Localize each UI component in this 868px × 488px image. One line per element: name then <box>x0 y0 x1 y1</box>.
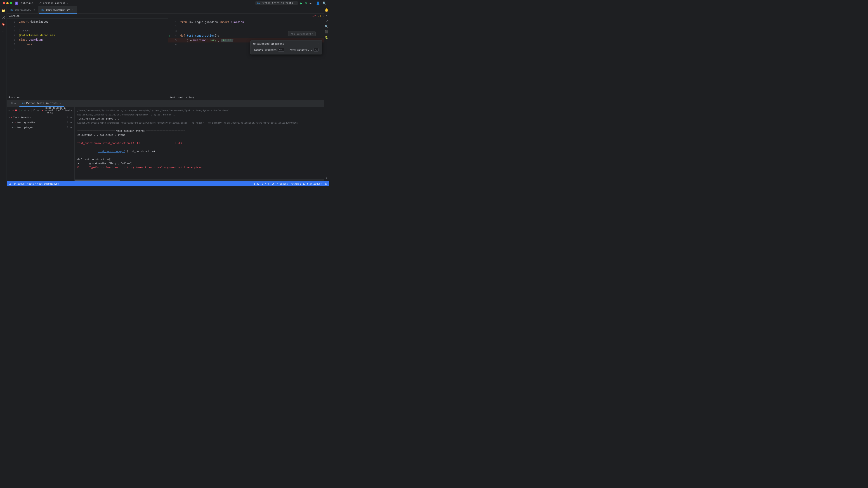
output-line-8: test_guardian.py:3 (test_construction) <box>77 145 327 158</box>
settings-icon-sidebar[interactable]: ⚙ <box>326 176 327 180</box>
breadcrumb-status[interactable]: tests › test_guardian.py <box>27 183 59 185</box>
output-line-10: > g = Guardian('Mary', 'Allen') <box>77 162 327 166</box>
tab-guardian-py[interactable]: py guardian.py ✕ <box>8 6 39 13</box>
output-link-1[interactable]: test_guardian.py:3 <box>98 150 125 153</box>
left-breadcrumb: Guardian <box>7 13 168 19</box>
run-button[interactable]: ▶ <box>301 1 302 5</box>
panel-content: ↺ ↺ ⏹ ✓ ⚙ ↕ ⏱ ⋯ ✕ Tests failed: 1, <box>7 107 329 181</box>
bottom-panel: Run py Python tests in tests ✕ ↺ ↺ ⏹ <box>7 100 329 181</box>
test-player-status-icon: ✓ <box>14 126 16 129</box>
run-icon-sidebar[interactable]: ▶ <box>326 14 327 17</box>
remove-argument-action[interactable]: Remove argument ⌘⌥↵ <box>252 47 286 53</box>
more-actions-button[interactable]: ⋯ <box>310 1 311 5</box>
code-line-2: 2 <box>7 24 168 29</box>
py-file-icon: py <box>10 8 13 11</box>
notifications-icon[interactable]: 🔔 <box>324 8 329 12</box>
test-toolbar: ↺ ↺ ⏹ ✓ ⚙ ↕ ⏱ ⋯ ✕ Tests failed: 1, <box>7 107 74 114</box>
right-code-line-2: 2 <box>168 24 329 29</box>
commit-icon[interactable]: ⎇ <box>1 15 6 20</box>
left-editor-content[interactable]: 1 import dataclasses 2 3 2 usages <box>7 19 168 95</box>
right-editor-content[interactable]: 1 from laxleague.guardian import Guardia… <box>168 19 329 95</box>
search-icon[interactable]: 🔍 <box>322 1 327 5</box>
tab-close-test-guardian[interactable]: ✕ <box>71 8 74 11</box>
branch-status[interactable]: ⎇ laxleague <box>8 183 24 185</box>
output-panel[interactable]: /Users/helenscott/PycharmProjects/laxlea… <box>74 107 329 180</box>
project-name[interactable]: L laxleague ▾ <box>15 2 36 5</box>
rerun-button[interactable]: ↺ <box>8 108 11 113</box>
right-editor-topbar: ⚠2 ⚠1 ∧ ∨ <box>168 13 329 19</box>
title-bar-right: py Python tests in tests ▾ ▶ ⚙ ⋯ 👤 🔍 <box>255 1 327 5</box>
code-line-5: 5 class Guardian: <box>7 37 168 42</box>
output-line-12 <box>77 170 327 174</box>
test-tree-content: ▾ ✕ Test Results 0 ms ▶ ✕ test_guardian … <box>7 114 74 181</box>
run-config[interactable]: py Python tests in tests ▾ <box>255 1 298 5</box>
status-bar-right: 5:32 UTF-8 LF 4 spaces Python 3.12 (laxl… <box>254 183 327 185</box>
search-icon-sidebar[interactable]: 🔍 <box>325 25 328 28</box>
more-tools-icon[interactable]: ⋯ <box>1 29 6 33</box>
sort-button[interactable]: ↕ <box>27 108 30 113</box>
close-button[interactable] <box>3 2 5 4</box>
panel-tab-close[interactable]: ✕ <box>60 102 61 104</box>
intention-title: Unexpected argument ⋯ <box>250 40 322 46</box>
horizontal-scrollbar[interactable] <box>74 180 329 181</box>
bookmarks-icon[interactable]: 🔖 <box>1 22 6 27</box>
param-popup: <no parameters> <box>288 31 315 36</box>
error-count: ⚠2 <box>312 15 316 18</box>
output-line-5: collecting ... collected 2 items <box>77 133 327 137</box>
main-layout: 📁 ⎇ 🔖 ⋯ py guardian.py ✕ py test_guardia… <box>0 6 329 186</box>
editor-tab-bar: py guardian.py ✕ py test_guardian.py ✕ ⋯ <box>7 6 329 13</box>
export-button[interactable]: ⏱ <box>33 108 36 113</box>
test-results-status-icon: ✕ <box>11 116 12 119</box>
terminal-icon-sidebar[interactable]: ⬛ <box>325 30 328 33</box>
right-code-line-1: 1 from laxleague.guardian import Guardia… <box>168 20 329 24</box>
maximize-button[interactable] <box>10 2 12 4</box>
output-line-7: test_guardian.py::test_construction FAIL… <box>77 141 327 145</box>
test-player-item[interactable]: ▶ ✓ test_player 0 ms <box>7 125 74 130</box>
h-scrollbar-thumb[interactable] <box>74 180 120 181</box>
tab-test-guardian-py[interactable]: py test_guardian.py ✕ <box>39 6 77 13</box>
test-status: ✕ Tests failed: 1, passed: 1 of 2 tests … <box>42 107 73 114</box>
git-icon-sidebar[interactable]: ⎇ <box>325 20 328 23</box>
rerun-failed-button[interactable]: ↺ <box>11 108 14 113</box>
code-line-1: 1 import dataclasses <box>7 20 168 24</box>
output-line-11: E TypeError: Guardian.__init__() takes 1… <box>77 166 327 170</box>
right-sidebar: 🔔 ▶ ⎇ 🔍 ⬛ 🐍 ⚙ <box>324 6 329 181</box>
panel-tab-run[interactable]: Run <box>8 100 19 107</box>
account-icon[interactable]: 👤 <box>316 1 320 5</box>
show-passed-button[interactable]: ✓ <box>21 108 23 113</box>
window-controls <box>3 2 12 4</box>
run-gutter-icon[interactable]: ▶ <box>169 34 170 38</box>
intention-actions: Remove argument ⌘⌥↵ More actions... ⌥↵ <box>250 46 322 54</box>
stop-button[interactable]: ⏹ <box>15 108 18 113</box>
test-guardian-item[interactable]: ▶ ✕ test_guardian 0 ms <box>7 120 74 125</box>
test-guardian-status-icon: ✕ <box>14 121 16 124</box>
debug-button[interactable]: ⚙ <box>305 1 307 5</box>
code-line-3: 3 2 usages <box>7 29 168 33</box>
right-code-pane: ⚠2 ⚠1 ∧ ∨ 1 from laxleague.guardian impo… <box>168 13 329 100</box>
python-icon-sidebar[interactable]: 🐍 <box>325 36 328 39</box>
test-results-root[interactable]: ▾ ✕ Test Results 0 ms <box>7 115 74 120</box>
output-line-13: test_guardian.py:5: TypeError <box>77 174 327 180</box>
more-actions-action[interactable]: More actions... ⌥↵ <box>288 47 320 53</box>
output-line-9: def test_construction(): <box>77 158 327 162</box>
intention-more-icon[interactable]: ⋯ <box>318 42 319 45</box>
tree-more-button[interactable]: ⋯ <box>37 108 39 113</box>
fail-status-icon: ✕ <box>42 109 43 112</box>
left-footer-breadcrumb: Guardian <box>7 95 168 100</box>
editor-area: py guardian.py ✕ py test_guardian.py ✕ ⋯… <box>7 6 329 186</box>
panel-tab-python-tests[interactable]: py Python tests in tests ✕ <box>20 100 64 107</box>
project-icon: L <box>15 2 18 5</box>
py-icon: py <box>257 2 260 4</box>
status-bar: ⎇ laxleague tests › test_guardian.py 5:3… <box>7 181 329 186</box>
warning-count: ⚠1 <box>318 15 321 18</box>
minimize-button[interactable] <box>6 2 8 4</box>
vcs-button[interactable]: ⎇ Version control ▾ <box>38 2 68 5</box>
filter-button[interactable]: ⚙ <box>24 108 26 113</box>
output-line-3 <box>77 125 327 129</box>
title-bar: L laxleague ▾ ⎇ Version control ▾ py Pyt… <box>0 0 329 6</box>
output-line-0: /Users/helenscott/PycharmProjects/laxlea… <box>77 109 327 117</box>
activity-bar: 📁 ⎇ 🔖 ⋯ <box>0 6 7 186</box>
tab-close-guardian[interactable]: ✕ <box>33 8 36 11</box>
project-tree-icon[interactable]: 📁 <box>1 8 6 13</box>
code-line-4: 4 @dataclasses.dataclass <box>7 33 168 37</box>
